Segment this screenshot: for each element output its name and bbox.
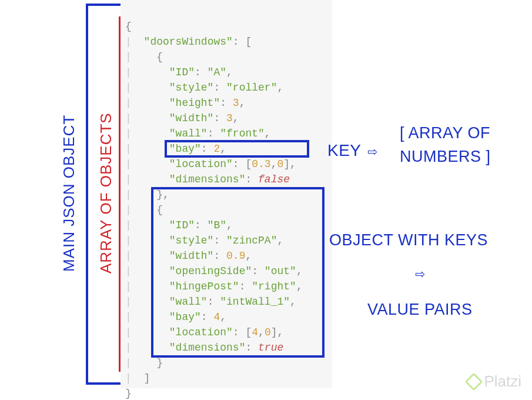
label-object-with-keys: OBJECT WITH KEYS <box>329 228 488 252</box>
B-loc-sep: , <box>258 326 265 338</box>
A-k-wall: "wall" <box>169 128 208 139</box>
c: : <box>213 250 226 262</box>
B-v-wall: "intWall_1" <box>220 296 290 308</box>
c: : <box>208 296 220 308</box>
arr-close: ] <box>144 372 150 384</box>
cm: , <box>290 296 296 308</box>
label-array-of-numbers: [ ARRAY OF NUMBERS ] <box>400 121 491 168</box>
platzi-logo-icon <box>465 372 483 391</box>
cm: , <box>290 158 296 170</box>
A-k-width: "width" <box>169 112 214 124</box>
A-k-ID: "ID" <box>169 66 195 78</box>
key-doorsWindows: "doorsWindows" <box>144 36 233 48</box>
objA-close: }, <box>156 189 169 201</box>
c: : <box>220 97 233 109</box>
A-loc-open: [ <box>245 158 252 170</box>
code-block: { | "doorsWindows": [ | { | "ID": "A", |… <box>121 0 332 388</box>
B-loc-open: [ <box>245 326 252 338</box>
B-k-style: "style" <box>169 235 214 246</box>
B-loc-a: 4 <box>252 326 258 338</box>
c: : <box>201 311 214 323</box>
A-v-bay: 2 <box>213 143 220 155</box>
B-v-style: "zincPA" <box>226 235 277 246</box>
array-of-numbers-line2: NUMBERS ] <box>400 145 491 168</box>
B-k-openingSide: "openingSide" <box>169 265 252 277</box>
A-k-bay: "bay" <box>169 143 201 155</box>
platzi-text: Platzi <box>484 372 521 391</box>
c: : <box>245 174 258 185</box>
c: : <box>213 82 226 94</box>
arrow-key-to-array: ⇨ <box>367 141 389 154</box>
objB-open: { <box>156 204 163 216</box>
A-v-height: 3 <box>233 97 239 109</box>
platzi-watermark: Platzi <box>467 372 521 391</box>
B-k-location: "location" <box>169 326 233 338</box>
A-v-style: "roller" <box>226 82 277 94</box>
c: : <box>233 158 246 170</box>
c: : <box>195 219 208 231</box>
objA-open: { <box>156 51 163 63</box>
c: : <box>201 143 214 155</box>
label-value-pairs: VALUE PAIRS <box>367 298 473 321</box>
label-key: KEY <box>327 141 362 160</box>
objB-close: } <box>156 357 163 369</box>
A-k-style: "style" <box>169 82 214 94</box>
cm: , <box>233 112 239 124</box>
A-v-ID: "A" <box>208 66 226 78</box>
arr-open: [ <box>245 36 252 48</box>
A-v-dimensions: false <box>258 174 290 185</box>
A-loc-b: 0 <box>277 158 283 170</box>
c: : <box>213 235 226 246</box>
cm: , <box>226 66 233 78</box>
cm: , <box>226 219 233 231</box>
A-k-height: "height" <box>169 97 220 109</box>
B-loc-b: 0 <box>265 326 271 338</box>
array-of-numbers-line1: [ ARRAY OF <box>400 121 491 145</box>
c: : <box>208 128 220 139</box>
A-loc-sep: , <box>271 158 277 170</box>
arrow-object-to-value: ⇨ <box>415 264 436 276</box>
c: : <box>252 265 265 277</box>
outer-open: { <box>125 21 132 32</box>
B-v-dimensions: true <box>258 342 283 354</box>
c: : <box>233 326 246 338</box>
B-k-hingePost: "hingePost" <box>169 281 239 292</box>
outer-close: } <box>125 388 132 399</box>
colon: : <box>233 36 246 48</box>
A-k-dimensions: "dimensions" <box>169 174 246 185</box>
B-v-ID: "B" <box>208 219 226 231</box>
B-k-dimensions: "dimensions" <box>169 342 246 354</box>
cm: , <box>277 235 283 246</box>
c: : <box>245 342 258 354</box>
cm: , <box>296 265 303 277</box>
label-array-of-objects: ARRAY OF OBJECTS <box>97 94 115 292</box>
B-v-openingSide: "out" <box>265 265 296 277</box>
B-k-wall: "wall" <box>169 296 208 308</box>
B-k-ID: "ID" <box>169 219 195 231</box>
cm: , <box>265 128 271 139</box>
B-k-bay: "bay" <box>169 311 201 323</box>
B-v-bay: 4 <box>213 311 220 323</box>
cm: , <box>277 326 284 338</box>
cm: , <box>296 281 303 292</box>
A-v-width: 3 <box>226 112 233 124</box>
c: : <box>195 66 208 78</box>
c: : <box>239 281 252 292</box>
B-loc-close: ] <box>271 326 277 338</box>
A-k-location: "location" <box>169 158 233 170</box>
c: : <box>213 112 226 124</box>
B-v-width: 0.9 <box>226 250 245 262</box>
A-v-wall: "front" <box>220 128 265 139</box>
cm: , <box>220 311 226 323</box>
A-loc-a: 0.3 <box>252 158 270 170</box>
label-main-json-object: MAIN JSON OBJECT <box>60 88 78 298</box>
cm: , <box>277 82 283 94</box>
A-loc-close: ] <box>283 158 290 170</box>
cm: , <box>245 250 252 262</box>
cm: , <box>239 97 246 109</box>
B-k-width: "width" <box>169 250 214 262</box>
B-v-hingePost: "right" <box>252 281 296 292</box>
cm: , <box>220 143 226 155</box>
